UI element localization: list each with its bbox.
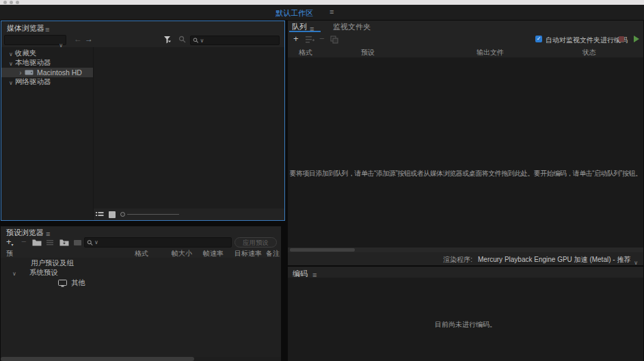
pane-divider[interactable]	[93, 47, 94, 220]
add-source-button[interactable]: +	[293, 34, 299, 43]
column-format: 格式	[299, 48, 312, 57]
search-icon	[87, 239, 93, 246]
tab-default-workspace[interactable]: 默认工作区	[276, 8, 313, 18]
queue-panel: 队列 监视文件夹 + − 自动对监视文件夹进行编码 格式 预设 输出文件 状态 …	[288, 21, 643, 265]
renderer-row: 渲染程序: Mercury Playback Engine GPU 加速 (Me…	[288, 252, 643, 265]
media-browser-header: 媒体浏览器	[1, 21, 284, 34]
preset-column-headers: 预设名称 格式 帧大小 帧速率 目标速率 备注	[1, 249, 281, 258]
export-preset-icon[interactable]	[73, 239, 82, 246]
media-browser-title[interactable]: 媒体浏览器	[7, 23, 44, 34]
chevron-down-icon[interactable]	[634, 255, 638, 267]
media-search-field[interactable]	[190, 36, 280, 45]
tree-item-system-presets[interactable]: 系统预设	[1, 268, 281, 278]
duplicate-icon[interactable]	[330, 36, 338, 44]
thumbnail-view-icon[interactable]	[109, 211, 116, 218]
list-view-icon[interactable]	[96, 211, 104, 218]
add-preset-button[interactable]: +▾	[6, 237, 14, 250]
search-icon[interactable]	[178, 36, 186, 43]
column-target-rate: 目标速率	[234, 249, 262, 258]
hard-drive-icon	[25, 69, 33, 76]
auto-encode-label: 自动对监视文件夹进行编码	[546, 36, 628, 45]
maximize-window-icon[interactable]	[16, 1, 19, 4]
remove-preset-button[interactable]: −	[21, 237, 27, 246]
preset-search-input[interactable]	[100, 238, 229, 247]
encoding-content: 目前尚未进行编码。	[288, 278, 643, 361]
preset-browser-panel: 预设浏览器 +▾ − 应用预设 预设名称 格式 帧大小 帧速率 目标速率 备注	[1, 226, 281, 361]
media-browser-panel: 媒体浏览器 ← → 收藏夹 本地驱动器	[1, 21, 285, 221]
preset-search-field[interactable]	[84, 237, 232, 248]
queue-tabbar: 队列 监视文件夹	[288, 21, 643, 32]
auto-encode-checkbox[interactable]	[535, 36, 542, 42]
media-browser-toolbar: ← →	[1, 34, 284, 47]
import-preset-icon[interactable]	[59, 239, 69, 246]
column-format: 格式	[135, 249, 148, 258]
forward-arrow-icon[interactable]: →	[85, 34, 93, 44]
preset-toolbar: +▾ − 应用预设	[1, 236, 281, 249]
path-dropdown[interactable]	[4, 35, 66, 45]
column-status: 状态	[582, 48, 596, 57]
tree-item-label: 收藏夹	[15, 49, 37, 58]
column-frame-rate: 帧速率	[203, 249, 224, 258]
encoding-status-message: 目前尚未进行编码。	[288, 320, 643, 330]
chevron-down-icon	[94, 239, 98, 245]
column-output-file: 输出文件	[477, 48, 504, 57]
filter-icon[interactable]	[163, 36, 172, 44]
tree-item-label: 其他	[71, 278, 85, 288]
horizontal-scrollbar[interactable]	[288, 248, 643, 252]
sort-ascending-icon	[6, 249, 12, 256]
tree-item-label: 用户预设及组	[31, 258, 74, 268]
tree-item-favorites[interactable]: 收藏夹	[1, 49, 37, 58]
preset-list: 用户预设及组 系统预设 其他	[1, 258, 281, 357]
chevron-right-icon	[16, 68, 25, 77]
close-window-icon[interactable]	[3, 1, 7, 4]
add-output-icon[interactable]	[306, 36, 314, 43]
tree-item-label: 网络驱动器	[15, 77, 51, 87]
zoom-slider-track[interactable]	[127, 214, 179, 215]
column-comment: 备注	[266, 249, 280, 258]
tree-item-other[interactable]: 其他	[1, 278, 281, 288]
chevron-down-icon	[7, 59, 15, 67]
renderer-dropdown[interactable]: Mercury Playback Engine GPU 加速 (Metal) -…	[478, 255, 630, 265]
tree-item-label: 本地驱动器	[15, 58, 51, 68]
encoding-panel: 编码 目前尚未进行编码。	[288, 267, 643, 361]
start-queue-icon[interactable]	[634, 36, 639, 42]
minimize-window-icon[interactable]	[10, 1, 13, 4]
tree-item-macintosh-hd[interactable]: Macintosh HD	[1, 68, 93, 77]
apply-preset-button[interactable]: 应用预设	[234, 237, 277, 248]
chevron-down-icon	[7, 49, 15, 57]
queue-column-headers: 格式 预设 输出文件 状态	[288, 46, 643, 57]
back-arrow-icon[interactable]: ←	[74, 34, 82, 44]
chevron-down-icon	[200, 38, 204, 44]
tree-item-label: 系统预设	[29, 268, 58, 278]
workspace-menu-icon[interactable]	[330, 8, 334, 16]
renderer-label: 渲染程序:	[390, 255, 472, 265]
scrollbar-thumb[interactable]	[290, 248, 355, 252]
tree-item-label: Macintosh HD	[37, 68, 82, 77]
media-view-controls	[94, 209, 284, 220]
media-search-input[interactable]	[205, 36, 277, 44]
stop-queue-icon[interactable]	[619, 36, 624, 42]
workspace-bar: 默认工作区	[0, 5, 644, 21]
queue-drop-area[interactable]: 要将项目添加到队列，请单击“添加源”按钮或者从媒体浏览器或桌面将文件拖到此处。要…	[288, 57, 643, 248]
media-browser-content: 收藏夹 本地驱动器 Macintosh HD 网络驱动器	[1, 47, 284, 220]
search-icon	[193, 37, 199, 44]
column-preset: 预设	[361, 48, 375, 57]
remove-item-button[interactable]: −	[319, 34, 325, 43]
chevron-down-icon	[10, 269, 18, 277]
new-preset-group-icon[interactable]	[32, 239, 42, 246]
scrollbar-thumb[interactable]	[1, 357, 194, 361]
queue-empty-message: 要将项目添加到队列，请单击“添加源”按钮或者从媒体浏览器或桌面将文件拖到此处。要…	[288, 169, 643, 178]
column-frame-size: 帧大小	[172, 249, 192, 258]
queue-toolbar: + − 自动对监视文件夹进行编码	[288, 32, 643, 46]
tab-watch-folders[interactable]: 监视文件夹	[333, 22, 371, 32]
tree-item-user-presets[interactable]: 用户预设及组	[1, 258, 281, 268]
tree-item-network-drives[interactable]: 网络驱动器	[1, 77, 51, 87]
monitor-icon	[58, 280, 67, 287]
zoom-slider-knob[interactable]	[120, 212, 125, 217]
macos-titlebar	[0, 0, 644, 5]
tree-item-local-drives[interactable]: 本地驱动器	[1, 58, 51, 68]
preset-settings-icon[interactable]	[46, 239, 54, 246]
chevron-down-icon	[7, 78, 15, 86]
horizontal-scrollbar[interactable]	[1, 357, 281, 361]
